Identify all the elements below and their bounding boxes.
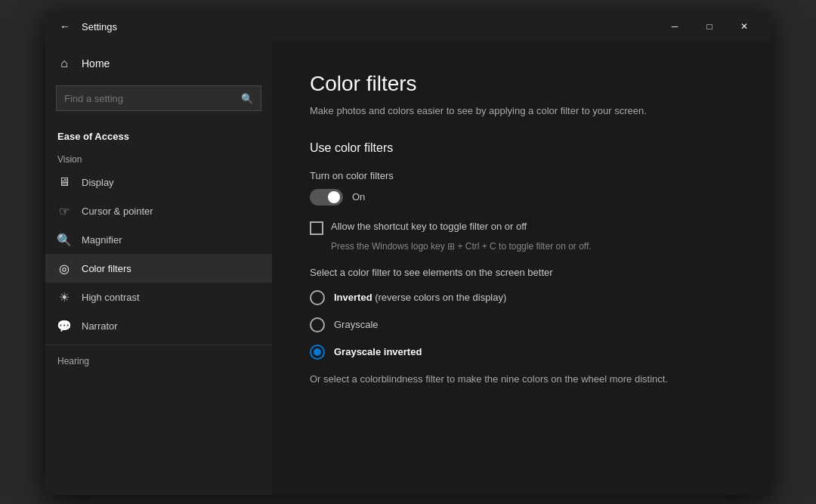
page-title: Color filters: [310, 72, 733, 96]
sidebar-item-color-filters[interactable]: ◎ Color filters: [45, 254, 272, 283]
cursor-label: Cursor & pointer: [82, 206, 153, 217]
toggle-knob: [328, 191, 340, 203]
toggle-label: Turn on color filters: [310, 170, 733, 181]
sidebar-item-cursor[interactable]: ☞ Cursor & pointer: [45, 196, 272, 225]
radio-selected-indicator: [314, 348, 321, 356]
radio-grayscale-inverted-button[interactable]: [310, 345, 325, 360]
close-button[interactable]: ✕: [727, 11, 762, 42]
maximize-button[interactable]: □: [692, 11, 727, 42]
sidebar-divider: [45, 345, 272, 345]
radio-inverted-button[interactable]: [310, 290, 325, 305]
color-filter-toggle[interactable]: [310, 189, 343, 206]
back-button[interactable]: ←: [54, 16, 76, 37]
radio-grayscale-button[interactable]: [310, 317, 325, 332]
search-icon: 🔍: [241, 93, 253, 104]
home-label: Home: [82, 57, 110, 70]
display-label: Display: [82, 177, 114, 188]
section-title: Use color filters: [310, 141, 733, 155]
sidebar-item-narrator[interactable]: 💬 Narrator: [45, 311, 272, 340]
high-contrast-icon: ☀: [57, 290, 71, 304]
radio-inverted[interactable]: Inverted (reverse colors on the display): [310, 290, 733, 305]
high-contrast-label: High contrast: [82, 292, 140, 303]
content-area: ⌂ Home 🔍 Ease of Access Vision 🖥 Display…: [45, 42, 771, 495]
radio-grayscale-label: Grayscale: [334, 319, 379, 330]
color-filters-label: Color filters: [82, 263, 131, 274]
sidebar-item-display[interactable]: 🖥 Display: [45, 168, 272, 196]
sidebar-item-high-contrast[interactable]: ☀ High contrast: [45, 283, 272, 311]
main-panel: Color filters Make photos and colors eas…: [272, 42, 771, 495]
toggle-value: On: [352, 191, 365, 203]
narrator-label: Narrator: [82, 320, 118, 332]
sidebar-category-hearing: Hearing: [45, 350, 272, 369]
color-filters-icon: ◎: [57, 261, 71, 275]
settings-window: ← Settings ─ □ ✕ ⌂ Home 🔍: [45, 11, 771, 495]
sidebar-item-home[interactable]: ⌂ Home: [45, 49, 272, 78]
home-icon: ⌂: [57, 57, 71, 70]
radio-inverted-label: Inverted (reverse colors on the display): [334, 292, 506, 303]
shortcut-label: Allow the shortcut key to toggle filter …: [331, 221, 527, 232]
sidebar: ⌂ Home 🔍 Ease of Access Vision 🖥 Display…: [45, 42, 272, 495]
display-icon: 🖥: [57, 175, 71, 189]
window-controls: ─ □ ✕: [657, 11, 762, 42]
titlebar: ← Settings ─ □ ✕: [45, 11, 771, 42]
search-input[interactable]: [64, 93, 241, 104]
sidebar-item-magnifier[interactable]: 🔍 Magnifier: [45, 225, 272, 254]
toggle-row: On: [310, 189, 733, 206]
search-box[interactable]: 🔍: [56, 85, 261, 111]
radio-grayscale-inverted-label: Grayscale inverted: [334, 346, 422, 357]
page-description: Make photos and colors easier to see by …: [310, 104, 733, 119]
colorblind-description: Or select a colorblindness filter to mak…: [310, 372, 733, 387]
sidebar-section-title: Ease of Access: [45, 119, 272, 148]
sidebar-category-vision: Vision: [45, 148, 272, 168]
filter-select-title: Select a color filter to see elements on…: [310, 267, 733, 278]
narrator-icon: 💬: [57, 319, 71, 332]
shortcut-checkbox-row: Allow the shortcut key to toggle filter …: [310, 221, 733, 235]
radio-grayscale[interactable]: Grayscale: [310, 317, 733, 332]
radio-grayscale-inverted[interactable]: Grayscale inverted: [310, 345, 733, 360]
minimize-button[interactable]: ─: [657, 11, 692, 42]
cursor-icon: ☞: [57, 204, 71, 218]
magnifier-label: Magnifier: [82, 234, 122, 246]
magnifier-icon: 🔍: [57, 233, 71, 246]
shortcut-description: Press the Windows logo key ⊞ + Ctrl + C …: [331, 241, 733, 252]
window-title: Settings: [82, 21, 657, 32]
shortcut-checkbox[interactable]: [310, 221, 323, 235]
